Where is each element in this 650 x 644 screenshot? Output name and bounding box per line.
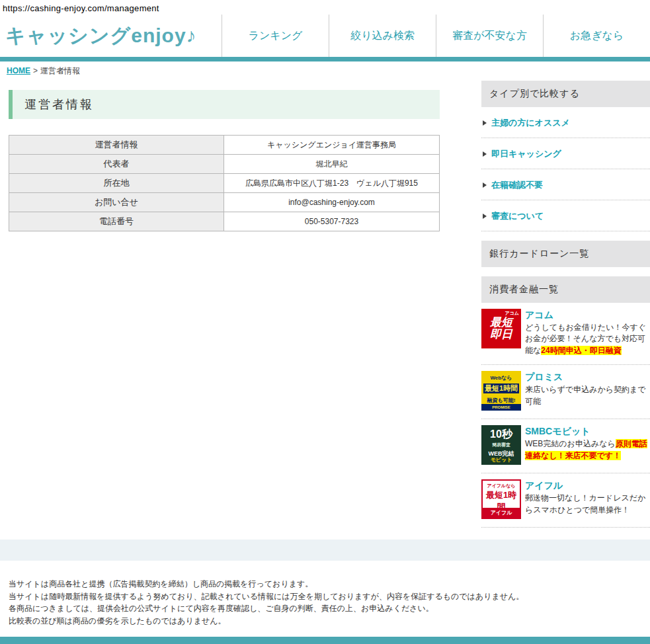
- row-value: info@cashing-enjoy.com: [224, 193, 440, 212]
- ad-body: SMBCモビット WEB完結のお申込みなら原則電話連絡なし！来店不要です！: [525, 425, 650, 465]
- type-link-list: 主婦の方にオススメ 即日キャッシング 在籍確認不要 審査について: [481, 107, 650, 231]
- main-nav: ランキング 絞り込み検索 審査が不安な方 お急ぎなら: [222, 15, 650, 57]
- type-link-label[interactable]: 在籍確認不要: [491, 179, 543, 191]
- disclaimer-line: 当サイトは商品各社と提携（広告掲載契約を締結）し商品の掲載を行っております。: [9, 578, 650, 590]
- ad-item-aiful: アイフルなら 最短1時間 融資も可能! アイフル アイフル 郵送物一切なし！カー…: [481, 473, 650, 528]
- ad-description: 来店いらずで申込みから契約まで可能: [525, 384, 650, 407]
- content-area: 運営者情報 運営者情報 キャッシングエンジョイ運営事務局 代表者 堀北早紀 所在…: [0, 81, 650, 528]
- breadcrumb: HOME>運営者情報: [0, 61, 650, 81]
- footer-top-band: [0, 540, 650, 561]
- site-logo[interactable]: キャッシングenjoy♪: [0, 15, 222, 57]
- type-link-label[interactable]: 主婦の方にオススメ: [491, 117, 570, 129]
- ad-desc-text: 郵送物一切なし！カードレスだからスマホひとつで簡単操作！: [525, 493, 645, 514]
- ad-thumb-text: 融資も可能!: [481, 393, 521, 404]
- promise-ad-banner-image[interactable]: Webなら 最短1時間 融資も可能! PROMISE: [481, 371, 521, 411]
- nav-item-worried-about-screening[interactable]: 審査が不安な方: [436, 15, 543, 57]
- triangle-bullet-icon: [483, 120, 487, 126]
- type-link-label[interactable]: 即日キャッシング: [491, 148, 561, 160]
- row-label: 所在地: [9, 174, 224, 193]
- disclaimer-line: 当サイトは随時最新情報を提供するよう努めており、記載されている情報には万全を期し…: [9, 590, 650, 603]
- row-value: 050-5307-7323: [224, 212, 440, 231]
- sidebar-item-same-day-cashing[interactable]: 即日キャッシング: [481, 138, 650, 169]
- nav-item-ranking[interactable]: ランキング: [222, 15, 329, 57]
- ad-body: プロミス 来店いらずで申込みから契約まで可能: [525, 371, 650, 411]
- triangle-bullet-icon: [483, 151, 487, 157]
- sidebar-item-housewife[interactable]: 主婦の方にオススメ: [481, 107, 650, 138]
- aiful-ad-banner-image[interactable]: アイフルなら 最短1時間 融資も可能! アイフル: [481, 479, 521, 519]
- ad-thumb-brand: モビット: [481, 456, 521, 463]
- breadcrumb-separator: >: [33, 66, 38, 75]
- row-label: 代表者: [9, 155, 224, 174]
- ad-thumb-brand: アイフル: [483, 508, 520, 518]
- ad-description: WEB完結のお申込みなら原則電話連絡なし！来店不要です！: [525, 438, 650, 462]
- operator-info-table: 運営者情報 キャッシングエンジョイ運営事務局 代表者 堀北早紀 所在地 広島県広…: [9, 135, 440, 231]
- ad-item-promise: Webなら 最短1時間 融資も可能! PROMISE プロミス 来店いらずで申込…: [481, 365, 650, 419]
- sidebar: タイプ別で比較する 主婦の方にオススメ 即日キャッシング 在籍確認不要 審査につ…: [481, 81, 650, 528]
- ad-thumb-text: 最短1時間: [483, 383, 519, 393]
- triangle-bullet-icon: [483, 182, 487, 188]
- sidebar-item-about-screening[interactable]: 審査について: [481, 200, 650, 231]
- row-value: 堀北早紀: [224, 155, 440, 174]
- ad-thumb-brand: PROMISE: [481, 404, 521, 411]
- ad-description: どうしてもお金借りたい！今すぐお金が必要！そんな方でも対応可能な24時間申込・即…: [525, 322, 650, 356]
- disclaimer-text: 当サイトは商品各社と提携（広告掲載契約を締結）し商品の掲載を行っております。 当…: [9, 578, 650, 627]
- bottom-teal-bar: [0, 637, 650, 644]
- nav-item-in-a-hurry[interactable]: お急ぎなら: [543, 15, 650, 57]
- disclaimer-line: 比較表の並び順は商品の優劣を示したものではありません。: [9, 615, 650, 627]
- aiful-link[interactable]: アイフル: [525, 480, 563, 492]
- acom-link[interactable]: アコム: [525, 309, 553, 321]
- row-label: お問い合せ: [9, 193, 224, 212]
- ad-thumb-text: 最短: [481, 317, 521, 329]
- url-bar: https://cashing-enjoy.com/management: [0, 0, 650, 15]
- ad-body: アコム どうしてもお金借りたい！今すぐお金が必要！そんな方でも対応可能な24時間…: [525, 309, 650, 356]
- ad-thumb-text: 10秒: [481, 425, 521, 442]
- ad-thumb-text: アイフルなら: [483, 481, 520, 489]
- ad-item-acom: アコム 最短 即日 アコム どうしてもお金借りたい！今すぐお金が必要！そんな方で…: [481, 303, 650, 365]
- row-label: 運営者情報: [9, 136, 224, 155]
- main-column: 運営者情報 運営者情報 キャッシングエンジョイ運営事務局 代表者 堀北早紀 所在…: [9, 81, 440, 231]
- row-value: キャッシングエンジョイ運営事務局: [224, 136, 440, 155]
- table-row: 代表者 堀北早紀: [9, 155, 440, 174]
- breadcrumb-current: 運営者情報: [40, 66, 80, 75]
- page-title-box: 運営者情報: [9, 90, 440, 119]
- sidebar-header-consumer-finance: 消費者金融一覧: [481, 276, 650, 303]
- table-row: 運営者情報 キャッシングエンジョイ運営事務局: [9, 136, 440, 155]
- table-row: 所在地 広島県広島市中区八丁堀1-23 ヴェル八丁堀915: [9, 174, 440, 193]
- ad-description: 郵送物一切なし！カードレスだからスマホひとつで簡単操作！: [525, 493, 650, 516]
- ad-thumb-text: 即日: [481, 329, 521, 341]
- page-footer: 当サイトは商品各社と提携（広告掲載契約を締結）し商品の掲載を行っております。 当…: [0, 561, 650, 644]
- sidebar-item-no-employment-check[interactable]: 在籍確認不要: [481, 169, 650, 200]
- site-header: キャッシングenjoy♪ ランキング 絞り込み検索 審査が不安な方 お急ぎなら: [0, 15, 650, 57]
- breadcrumb-home-link[interactable]: HOME: [7, 66, 30, 75]
- sidebar-header-bank-card-loans: 銀行カードローン一覧: [481, 241, 650, 267]
- ad-thumb-text: Webなら: [481, 371, 521, 382]
- acom-ad-banner-image[interactable]: アコム 最短 即日: [481, 309, 521, 348]
- ad-desc-highlight: 24時間申込・即日融資: [541, 346, 621, 355]
- table-row: 電話番号 050-5307-7323: [9, 212, 440, 231]
- page-title: 運営者情報: [24, 97, 94, 112]
- ad-desc-text: WEB完結のお申込みなら: [525, 439, 616, 448]
- ad-body: アイフル 郵送物一切なし！カードレスだからスマホひとつで簡単操作！: [525, 479, 650, 519]
- ad-desc-text: 来店いらずで申込みから契約まで可能: [525, 385, 646, 405]
- promise-link[interactable]: プロミス: [525, 372, 563, 383]
- ad-thumb-text: 簡易審査: [481, 442, 521, 448]
- smbc-mobit-link[interactable]: SMBCモビット: [525, 426, 590, 438]
- row-label: 電話番号: [9, 212, 224, 231]
- sidebar-gap: [481, 267, 650, 276]
- ad-item-smbc-mobit: 10秒 簡易審査 WEB完結 モビット SMBCモビット WEB完結のお申込みな…: [481, 419, 650, 473]
- nav-item-filter-search[interactable]: 絞り込み検索: [329, 15, 436, 57]
- smbc-mobit-ad-banner-image[interactable]: 10秒 簡易審査 WEB完結 モビット: [481, 425, 521, 465]
- table-row: お問い合せ info@cashing-enjoy.com: [9, 193, 440, 212]
- disclaimer-line: 各商品につきましては、提供会社の公式サイトにて内容を再度確認し、ご自身の判断、責…: [9, 602, 650, 615]
- sidebar-header-compare-by-type: タイプ別で比較する: [481, 81, 650, 107]
- row-value: 広島県広島市中区八丁堀1-23 ヴェル八丁堀915: [224, 174, 440, 193]
- header-divider-bar: [0, 57, 650, 61]
- type-link-label[interactable]: 審査について: [491, 210, 544, 222]
- triangle-bullet-icon: [483, 214, 487, 219]
